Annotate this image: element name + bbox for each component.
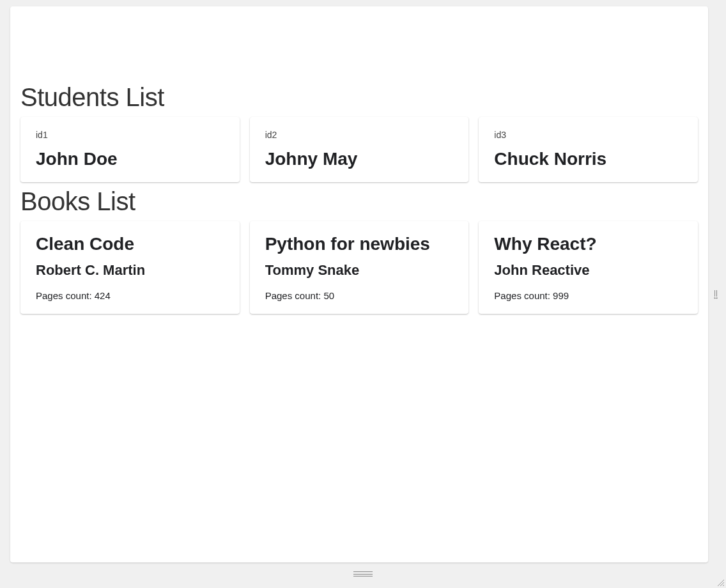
book-card[interactable]: Python for newbies Tommy Snake Pages cou… <box>250 221 469 314</box>
svg-line-2 <box>723 585 724 586</box>
resize-arrow-icon: ↔ <box>713 295 719 301</box>
book-title: Clean Code <box>36 234 224 254</box>
student-card[interactable]: id1 John Doe <box>20 117 240 182</box>
student-id: id3 <box>494 130 683 140</box>
students-heading: Students List <box>20 83 698 112</box>
book-pages: Pages count: 50 <box>265 290 454 301</box>
resize-handle-right[interactable]: ↔ <box>711 288 720 300</box>
main-panel: Students List id1 John Doe id2 Johny May… <box>10 6 708 562</box>
books-heading: Books List <box>20 187 698 216</box>
student-id: id2 <box>265 130 454 140</box>
student-name: Johny May <box>265 149 454 169</box>
book-pages: Pages count: 999 <box>494 290 683 301</box>
resize-handle-corner[interactable] <box>716 578 725 587</box>
book-author: Robert C. Martin <box>36 262 224 279</box>
book-author: John Reactive <box>494 262 683 279</box>
book-title: Why React? <box>494 234 683 254</box>
student-name: John Doe <box>36 149 224 169</box>
book-card[interactable]: Clean Code Robert C. Martin Pages count:… <box>20 221 240 314</box>
book-pages: Pages count: 424 <box>36 290 224 301</box>
student-id: id1 <box>36 130 224 140</box>
book-title: Python for newbies <box>265 234 454 254</box>
student-name: Chuck Norris <box>494 149 683 169</box>
students-row: id1 John Doe id2 Johny May id3 Chuck Nor… <box>20 117 698 182</box>
resize-handle-bottom[interactable] <box>353 571 373 576</box>
student-card[interactable]: id2 Johny May <box>250 117 469 182</box>
student-card[interactable]: id3 Chuck Norris <box>479 117 698 182</box>
book-card[interactable]: Why React? John Reactive Pages count: 99… <box>479 221 698 314</box>
books-row: Clean Code Robert C. Martin Pages count:… <box>20 221 698 314</box>
book-author: Tommy Snake <box>265 262 454 279</box>
